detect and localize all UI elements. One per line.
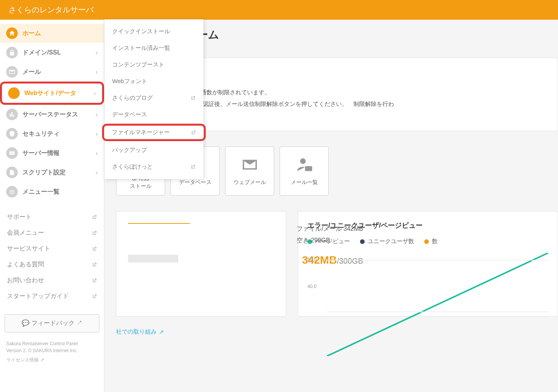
chevron-right-icon: › xyxy=(96,111,98,119)
list-icon xyxy=(6,186,18,198)
submenu-item-6[interactable]: ファイルマネージャー xyxy=(102,124,206,141)
sidebar-footer: Sakura Rentalserver Control Panel Versio… xyxy=(0,340,104,371)
mail-icon xyxy=(241,156,258,175)
external-link-icon xyxy=(191,130,196,135)
sidebar-item-4[interactable]: サーバーステータス › xyxy=(0,105,104,124)
sidebar-item-label: セキュリティ xyxy=(22,130,96,138)
tile-label: ウェブメール xyxy=(234,179,266,186)
globe-icon xyxy=(8,87,20,99)
sidebar-link-0[interactable]: サポート xyxy=(6,209,98,225)
sidebar-item-2[interactable]: メール › xyxy=(0,62,104,82)
chevron-right-icon: › xyxy=(96,68,98,76)
sidebar-item-7[interactable]: スクリプト設定 › xyxy=(0,163,104,182)
external-link-icon xyxy=(92,246,97,252)
tile-2[interactable]: ウェブメール xyxy=(225,147,274,196)
tile-3[interactable]: メール一覧 xyxy=(280,147,329,196)
app-title: さくらのレンタルサーバ xyxy=(9,5,94,14)
legend-item-2: 数 xyxy=(424,238,438,245)
sidebar-link-5[interactable]: スタートアップガイド xyxy=(6,288,98,304)
submenu-item-0[interactable]: クイックインストール xyxy=(104,23,203,40)
chevron-right-icon: › xyxy=(94,89,96,97)
chevron-right-icon: › xyxy=(96,130,98,138)
sidebar-item-label: メール xyxy=(22,68,96,76)
sidebar-link-3[interactable]: よくある質問 xyxy=(6,257,98,273)
comment-icon: 💬 xyxy=(22,320,31,326)
submenu-item-8[interactable]: さくらぽけっと xyxy=(104,159,203,175)
sidebar-item-3[interactable]: Webサイト/データ › xyxy=(0,82,104,105)
mail-icon xyxy=(6,66,18,78)
external-link-icon xyxy=(92,262,97,268)
user-mail-icon xyxy=(296,156,313,175)
sidebar-link-4[interactable]: お問い合わせ xyxy=(6,273,98,288)
disk-bar xyxy=(128,255,178,262)
sidebar-item-label: ドメイン/SSL xyxy=(22,49,96,57)
info-icon xyxy=(6,147,18,159)
sidebar-item-label: Webサイト/データ xyxy=(24,89,94,97)
sidebar-item-label: ホーム xyxy=(22,29,98,37)
sidebar-link-1[interactable]: 会員メニュー xyxy=(6,225,98,241)
sidebar-item-label: メニュー一覧 xyxy=(22,188,98,196)
external-link-icon xyxy=(190,95,196,101)
legend-item-1: ユニークユーザ数 xyxy=(360,238,414,245)
sidebar: ホーム ドメイン/SSL › メール › Webサイト/データ › サーバーステ… xyxy=(0,20,104,392)
external-link-icon xyxy=(92,294,97,299)
shield-icon xyxy=(6,128,18,140)
sidebar-item-6[interactable]: サーバー情報 › xyxy=(0,143,104,163)
external-link-icon: ↗ xyxy=(159,329,164,336)
script-icon xyxy=(6,167,18,178)
sidebar-item-0[interactable]: ホーム xyxy=(0,24,104,43)
svg-line-0 xyxy=(327,253,548,356)
chart-area: 60.0 40.0 xyxy=(307,253,548,307)
lock-icon xyxy=(6,47,18,58)
feedback-button[interactable]: 💬 フィードバック ↗ xyxy=(5,314,99,332)
submenu-item-7[interactable]: バックアップ xyxy=(104,142,203,159)
submenu-item-1[interactable]: インストール済み一覧 xyxy=(104,40,203,56)
external-link-icon xyxy=(190,164,196,170)
legend-dot xyxy=(424,239,429,244)
app-header: さくらのレンタルサーバ xyxy=(0,0,558,20)
home-icon xyxy=(6,27,18,39)
external-link-icon xyxy=(92,230,97,236)
submenu-websitedata: クイックインストールインストール済み一覧コンテンツブーストWebフォントさくらの… xyxy=(104,19,203,179)
chevron-right-icon: › xyxy=(96,49,98,57)
tile-label: データベース xyxy=(179,179,212,186)
sidebar-item-label: サーバーステータス xyxy=(22,111,96,119)
disk-info: ファイル/メール 342MB 空き 299GB xyxy=(297,223,363,247)
chart-line-svg xyxy=(327,253,548,356)
sidebar-item-1[interactable]: ドメイン/SSL › xyxy=(0,43,104,62)
submenu-item-4[interactable]: さくらのブログ xyxy=(104,90,203,106)
chevron-right-icon: › xyxy=(96,169,98,177)
chart-icon xyxy=(6,109,18,120)
submenu-item-5[interactable]: データベース xyxy=(104,106,203,123)
sidebar-item-5[interactable]: セキュリティ › xyxy=(0,124,104,143)
tile-label: メール一覧 xyxy=(291,179,318,186)
external-link-icon xyxy=(92,215,97,220)
submenu-item-2[interactable]: コンテンツブースト xyxy=(104,56,203,73)
submenu-item-3[interactable]: Webフォント xyxy=(104,73,203,90)
external-link-icon: ↗ xyxy=(75,320,82,326)
sidebar-item-label: サーバー情報 xyxy=(22,149,96,157)
sidebar-link-2[interactable]: サービスサイト xyxy=(6,241,98,257)
external-link-icon: ↗ xyxy=(40,356,44,363)
sidebar-item-label: スクリプト設定 xyxy=(22,169,96,177)
disk-usage-card: ファイル/メール 342MB 空き 299GB 342MB/300GB xyxy=(116,211,286,317)
external-link-icon xyxy=(92,278,97,283)
license-link[interactable]: ライセンス情報 xyxy=(6,356,39,363)
chevron-right-icon: › xyxy=(96,149,98,157)
sidebar-item-8[interactable]: メニュー一覧 xyxy=(0,182,104,201)
